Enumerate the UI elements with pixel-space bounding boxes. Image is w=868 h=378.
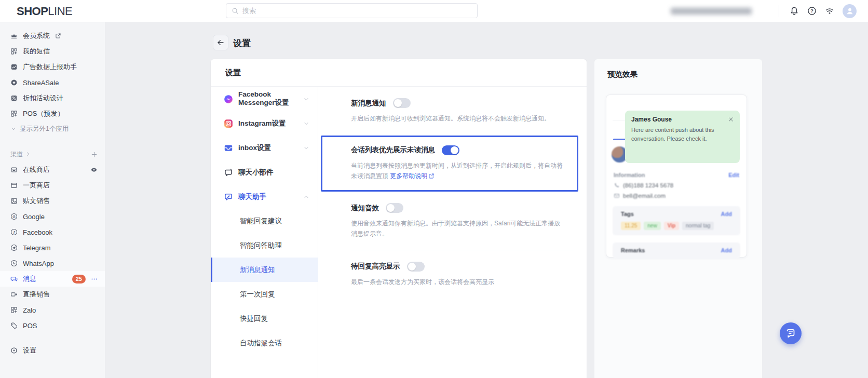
sidebar-item-post-sales[interactable]: 贴文销售 <box>0 193 105 209</box>
sidebar-item-label: Zalo <box>23 306 36 314</box>
sidebar-item-label: Facebook <box>23 228 52 236</box>
pending-highlight-toggle[interactable] <box>407 262 425 272</box>
svg-text:?: ? <box>810 8 813 14</box>
sidebar-item-my-sms[interactable]: 我的短信 <box>0 44 105 59</box>
settings-content: 新消息通知 开启后如有新消息可收到浏览器通知。系统消息将不会触发新消息通知。 会… <box>318 87 587 378</box>
sidebar-item-one-page-store[interactable]: 一页商店 <box>0 178 105 193</box>
new-message-notification-toggle[interactable] <box>393 98 411 108</box>
tag-pill[interactable]: Vip <box>664 222 679 230</box>
logo-bold: SHOP <box>17 5 48 18</box>
user-avatar[interactable] <box>843 4 857 18</box>
inbox-icon <box>224 143 233 153</box>
channels-label: 渠道 <box>10 150 23 159</box>
sidebar-item-shareasale[interactable]: ShareASale <box>0 75 105 90</box>
shopline-logo: SHOPLINE <box>17 5 72 18</box>
messenger-icon <box>224 95 233 104</box>
sidebar-item-label: 贴文销售 <box>23 196 50 206</box>
phone-icon <box>614 182 620 188</box>
ellipsis-icon <box>91 276 98 282</box>
sidebar-item-label: 设置 <box>23 346 36 355</box>
sidebar-item-label: 折扣活动设计 <box>23 93 63 103</box>
grid-plus-icon <box>10 306 18 314</box>
screen: SHOPLINE 搜索 ? 会员系统我的短信广告数据上报助手ShareASale… <box>0 0 868 378</box>
chat-icon <box>10 275 18 282</box>
whatsapp-icon <box>10 260 18 267</box>
notification-message: Here are content push about this convers… <box>631 126 724 143</box>
sidebar-item-label: 我的短信 <box>23 47 50 56</box>
nav-subitem-new-message-notification[interactable]: 新消息通知 <box>211 258 318 282</box>
sidebar-item-pos[interactable]: POS <box>0 318 105 333</box>
sidebar-item-label: 一页商店 <box>23 181 50 190</box>
sidebar-item-discount-design[interactable]: 折扣活动设计 <box>0 90 105 106</box>
nav-item-label: inbox设置 <box>238 143 271 153</box>
tag-pill[interactable]: 11.25 <box>621 222 641 230</box>
sidebar-item-pos-preview[interactable]: POS（预发） <box>0 106 105 122</box>
edit-link[interactable]: Edit <box>728 172 739 178</box>
nav-subitem-smart-qa-assistant[interactable]: 智能问答助理 <box>211 233 318 258</box>
bell-icon[interactable] <box>786 3 802 19</box>
sidebar-item-google[interactable]: GGoogle <box>0 209 105 224</box>
nav-subitem-quick-reply[interactable]: 快捷回复 <box>211 306 318 331</box>
email-row: bell@email.com <box>606 193 747 199</box>
nav-item-instagram-settings[interactable]: Instagram设置 <box>211 111 318 136</box>
sidebar-item-label: 直播销售 <box>23 290 50 299</box>
nav-item-chat-assistant[interactable]: 聊天助手 <box>211 184 318 209</box>
topbar-right: ? <box>671 0 868 22</box>
sidebar-item-membership-system[interactable]: 会员系统 <box>0 28 105 44</box>
sidebar-item-messages[interactable]: 消息25 <box>0 271 105 287</box>
nav-subitem-first-reply[interactable]: 第一次回复 <box>211 282 318 306</box>
chat-fab-button[interactable] <box>780 322 802 344</box>
tags-label: Tags <box>621 211 634 217</box>
sidebar-item-label: Google <box>23 213 45 221</box>
sidebar-show-more[interactable]: 显示另外1个应用 <box>0 122 105 136</box>
mail-icon <box>614 193 620 199</box>
nav-subitem-label: 快捷回复 <box>240 314 268 323</box>
sidebar-item-facebook[interactable]: fFacebook <box>0 224 105 240</box>
tag-pill[interactable]: new <box>644 222 660 230</box>
sidebar-item-telegram[interactable]: Telegram <box>0 240 105 255</box>
tags-box: Tags Add 11.25newVipnormal tag <box>613 206 740 235</box>
sidebar: 会员系统我的短信广告数据上报助手ShareASale折扣活动设计POS（预发）显… <box>0 22 105 378</box>
page-title: 设置 <box>233 37 251 49</box>
nav-subitem-auto-assign-conversation[interactable]: 自动指派会话 <box>211 331 318 355</box>
sidebar-section-channels[interactable]: 渠道 <box>0 146 105 162</box>
settings-nav: Facebook Messenger设置Instagram设置inbox设置聊天… <box>211 87 318 378</box>
sidebar-item-ad-data-helper[interactable]: 广告数据上报助手 <box>0 59 105 75</box>
nav-item-facebook-messenger-settings[interactable]: Facebook Messenger设置 <box>211 87 318 111</box>
setting-row-pending-highlight: 待回复高亮显示 最后一条会话发送方为买家时，该会话将会高亮显示 <box>318 250 587 298</box>
nav-subitem-smart-reply-suggestion[interactable]: 智能回复建议 <box>211 209 318 233</box>
help-icon[interactable]: ? <box>804 3 820 19</box>
nav-item-label: Facebook Messenger设置 <box>238 90 298 107</box>
add-remark-link[interactable]: Add <box>721 247 732 253</box>
more-help-link[interactable]: 更多帮助说明 <box>390 172 435 180</box>
notification-sender-name: James Gouse <box>631 116 734 123</box>
google-icon: G <box>10 213 18 220</box>
sidebar-item-zalo[interactable]: Zalo <box>0 302 105 318</box>
tag-pill[interactable]: normal tag <box>682 222 714 230</box>
sidebar-item-whatsapp[interactable]: WhatsApp <box>0 255 105 271</box>
unread-priority-toggle[interactable] <box>442 145 459 155</box>
search-input[interactable]: 搜索 <box>226 3 478 18</box>
sidebar-item-online-store[interactable]: 在线商店 <box>0 162 105 178</box>
setting-description: 使用音效来通知你有新消息。由于浏览器支持原因，Safari可能无法正常播放消息提… <box>351 219 566 239</box>
nav-item-chat-widget[interactable]: 聊天小部件 <box>211 160 318 184</box>
remarks-box: Remarks Add <box>613 242 740 259</box>
nav-subitem-label: 新消息通知 <box>240 265 275 275</box>
star-circle-icon <box>10 79 18 86</box>
sidebar-item-label: WhatsApp <box>23 260 54 267</box>
video-icon <box>10 291 18 298</box>
close-icon[interactable] <box>728 115 734 125</box>
add-tag-link[interactable]: Add <box>721 211 732 217</box>
wifi-icon[interactable] <box>822 3 837 19</box>
nav-item-label: Instagram设置 <box>238 119 286 128</box>
svg-text:G: G <box>12 215 16 219</box>
tag-icon <box>10 322 18 329</box>
svg-text:f: f <box>13 230 16 235</box>
topbar: SHOPLINE 搜索 ? <box>0 0 868 22</box>
show-more-label: 显示另外1个应用 <box>20 125 69 133</box>
back-button[interactable] <box>213 35 228 50</box>
sidebar-item-settings[interactable]: 设置 <box>0 343 105 358</box>
notification-sound-toggle[interactable] <box>386 203 403 213</box>
sidebar-item-live-sales[interactable]: 直播销售 <box>0 287 105 302</box>
nav-item-inbox-settings[interactable]: inbox设置 <box>211 136 318 160</box>
